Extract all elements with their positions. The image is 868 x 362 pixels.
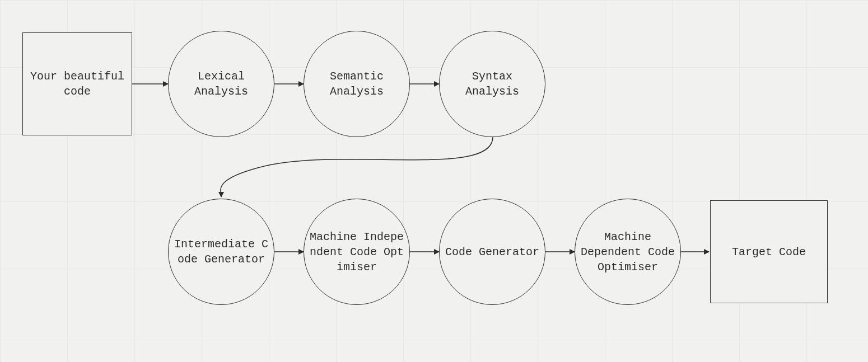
- node-semantic-analysis: Semantic Analysis: [304, 31, 410, 137]
- node-syntax-analysis: Syntax Analysis: [439, 31, 545, 137]
- node-label: Machine Dependent Code Optimiser: [580, 229, 676, 275]
- node-label: Your beautiful code: [27, 69, 127, 99]
- node-label: Target Code: [732, 245, 806, 260]
- node-machine-independent-optimiser: Machine Independent Code Optimiser: [304, 199, 410, 305]
- node-label: Intermediate Code Generator: [173, 237, 269, 267]
- node-machine-dependent-optimiser: Machine Dependent Code Optimiser: [575, 199, 681, 305]
- node-label: Syntax Analysis: [444, 69, 540, 99]
- node-target-code: Target Code: [710, 200, 828, 303]
- node-lexical-analysis: Lexical Analysis: [168, 31, 274, 137]
- node-code-generator: Code Generator: [439, 199, 545, 305]
- node-source-code: Your beautiful code: [22, 32, 132, 135]
- node-label: Machine Independent Code Optimiser: [309, 229, 405, 275]
- node-intermediate-code-generator: Intermediate Code Generator: [168, 199, 274, 305]
- node-label: Semantic Analysis: [309, 69, 405, 99]
- node-label: Code Generator: [445, 245, 539, 260]
- node-label: Lexical Analysis: [173, 69, 269, 99]
